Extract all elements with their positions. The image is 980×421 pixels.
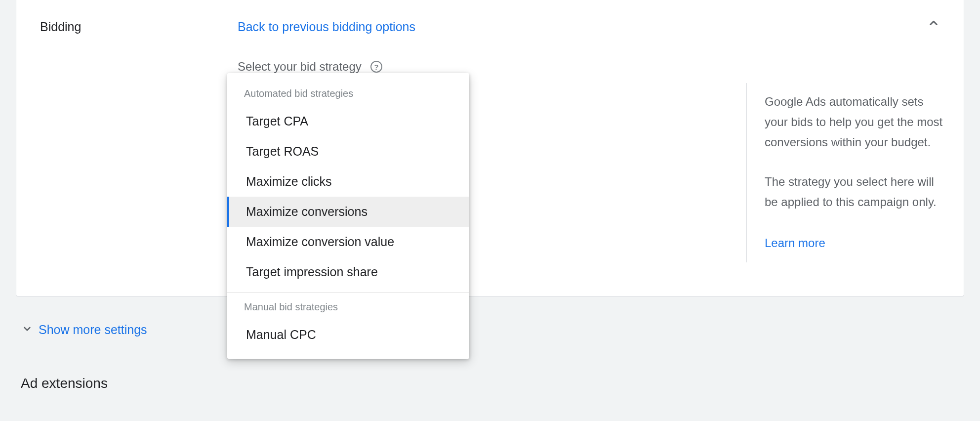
chevron-up-icon: [926, 16, 941, 31]
show-more-settings-toggle[interactable]: Show more settings: [16, 310, 964, 337]
bidding-card: Bidding Back to previous bidding options…: [16, 0, 964, 296]
dropdown-item-maximize-conversion-value[interactable]: Maximize conversion value: [227, 227, 469, 257]
dropdown-group-automated: Automated bid strategies: [227, 79, 469, 106]
select-strategy-label: Select your bid strategy: [238, 60, 362, 74]
dropdown-item-target-roas[interactable]: Target ROAS: [227, 136, 469, 167]
select-strategy-label-row: Select your bid strategy ?: [238, 60, 746, 74]
dropdown-item-target-cpa[interactable]: Target CPA: [227, 106, 469, 136]
chevron-down-icon: [21, 322, 34, 337]
help-icon[interactable]: ?: [370, 61, 382, 73]
info-panel: Google Ads automatically sets your bids …: [746, 83, 944, 262]
ad-extensions-heading: Ad extensions: [16, 337, 964, 391]
dropdown-item-target-impression-share[interactable]: Target impression share: [227, 257, 469, 287]
dropdown-item-maximize-clicks[interactable]: Maximize clicks: [227, 167, 469, 197]
dropdown-group-manual: Manual bid strategies: [227, 293, 469, 320]
section-title: Bidding: [40, 14, 238, 271]
dropdown-item-maximize-conversions[interactable]: Maximize conversions: [227, 197, 469, 227]
back-to-previous-link[interactable]: Back to previous bidding options: [238, 20, 415, 34]
info-paragraph-2: The strategy you select here will be app…: [765, 172, 944, 212]
show-more-settings-label: Show more settings: [39, 323, 147, 337]
collapse-section-button[interactable]: [926, 16, 941, 31]
learn-more-link[interactable]: Learn more: [765, 233, 825, 253]
info-paragraph-1: Google Ads automatically sets your bids …: [765, 92, 944, 152]
dropdown-item-manual-cpc[interactable]: Manual CPC: [227, 320, 469, 350]
bid-strategy-dropdown[interactable]: Automated bid strategies Target CPA Targ…: [227, 73, 469, 359]
